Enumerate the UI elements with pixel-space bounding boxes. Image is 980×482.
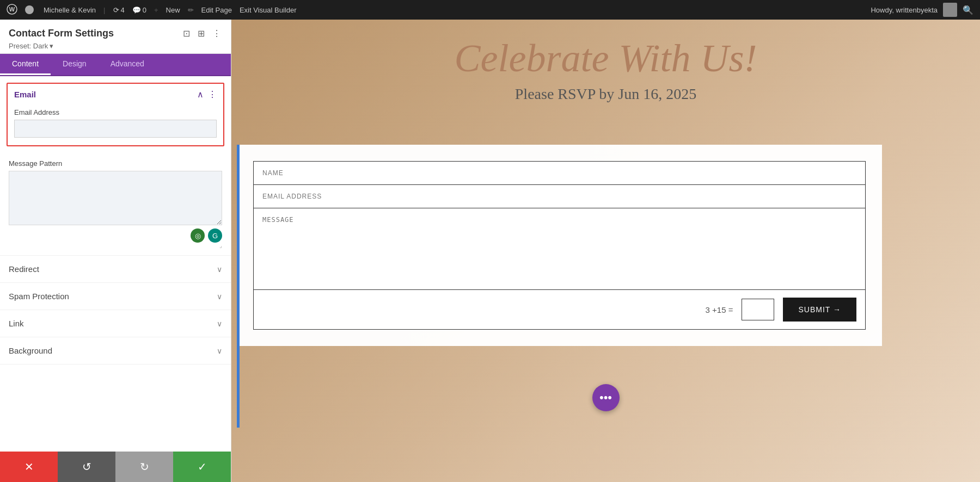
- topbar-sep: |: [103, 6, 105, 14]
- email-section-header[interactable]: Email ∧ ⋮: [8, 84, 223, 105]
- comment-bubble-icon: 💬: [132, 6, 141, 14]
- preset-link[interactable]: Preset: Dark ▾: [9, 42, 53, 50]
- email-section-content: Email Address: [8, 108, 223, 145]
- panel-tabs: Content Design Advanced: [0, 54, 231, 76]
- panel-title-icons: ⊡ ⊞ ⋮: [182, 27, 222, 40]
- accordion-background-label: Background: [9, 346, 52, 355]
- edit-page-icon: ✏: [188, 6, 194, 14]
- collapse-icon[interactable]: ∧: [197, 89, 204, 100]
- panel-header: Contact Form Settings ⊡ ⊞ ⋮ Preset: Dark…: [0, 20, 231, 54]
- spam-chevron-icon: ∨: [217, 292, 222, 301]
- exit-visual-builder-label[interactable]: Exit Visual Builder: [240, 6, 297, 14]
- wp-logo-icon[interactable]: W: [7, 4, 17, 16]
- new-label[interactable]: New: [166, 6, 180, 14]
- edit-page-label[interactable]: Edit Page: [201, 6, 232, 14]
- undo-icon: ↺: [82, 460, 91, 473]
- section-header-icons: ∧ ⋮: [197, 89, 217, 100]
- form-left-border: [237, 145, 240, 428]
- tab-content[interactable]: Content: [0, 54, 51, 75]
- panel-fullscreen-icon[interactable]: ⊡: [182, 27, 191, 40]
- cancel-icon: ✕: [24, 460, 34, 473]
- panel-layout-icon[interactable]: ⊞: [197, 27, 206, 40]
- comments-icon[interactable]: 💬 0: [132, 6, 146, 14]
- undo-button[interactable]: ↺: [58, 452, 115, 482]
- rsvp-text: Please RSVP by Jun 16, 2025: [231, 85, 980, 103]
- email-section-title: Email: [14, 90, 36, 99]
- preset-arrow-icon: ▾: [50, 42, 53, 50]
- accordion-redirect-label: Redirect: [9, 264, 39, 274]
- panel-spacer: [0, 364, 231, 452]
- link-chevron-icon: ∨: [217, 319, 222, 328]
- section-more-icon[interactable]: ⋮: [208, 89, 217, 100]
- search-icon[interactable]: 🔍: [963, 5, 973, 15]
- textarea-icons: ◎ G: [9, 228, 222, 243]
- save-icon: ✓: [198, 460, 207, 473]
- email-address-label: Email Address: [14, 108, 217, 116]
- contact-form-panel: 3 +15 = SUBMIT →: [237, 145, 882, 346]
- ai-icon[interactable]: ◎: [191, 228, 205, 243]
- howdy-text: Howdy, writtenbyekta: [871, 6, 938, 14]
- revisions-loop-icon: ⟳: [113, 6, 119, 14]
- accordion-redirect[interactable]: Redirect ∨: [0, 256, 231, 283]
- main-layout: Contact Form Settings ⊡ ⊞ ⋮ Preset: Dark…: [0, 20, 980, 482]
- revisions-icon[interactable]: ⟳ 4: [113, 6, 125, 14]
- cancel-button[interactable]: ✕: [0, 452, 58, 482]
- resize-handle[interactable]: ⌟: [9, 243, 222, 249]
- save-button[interactable]: ✓: [173, 452, 231, 482]
- form-name-input[interactable]: [253, 161, 866, 185]
- message-pattern-label: Message Pattern: [9, 159, 222, 168]
- redo-icon: ↻: [140, 460, 149, 473]
- form-email-input[interactable]: [253, 185, 866, 208]
- accordion-spam-protection[interactable]: Spam Protection ∨: [0, 283, 231, 310]
- email-address-input[interactable]: [14, 120, 217, 138]
- site-icon: [25, 5, 34, 14]
- celebrate-heading: Celebrate With Us!: [231, 20, 980, 81]
- panel-more-icon[interactable]: ⋮: [211, 27, 222, 40]
- topbar-sep2: +: [154, 6, 158, 14]
- canvas: Celebrate With Us! Please RSVP by Jun 16…: [231, 20, 980, 482]
- form-submit-row: 3 +15 = SUBMIT →: [253, 290, 866, 330]
- message-pattern-textarea[interactable]: [9, 171, 222, 225]
- tab-advanced[interactable]: Advanced: [99, 54, 156, 75]
- topbar: W Michelle & Kevin | ⟳ 4 💬 0 + New ✏ Edi…: [0, 0, 980, 20]
- left-panel: Contact Form Settings ⊡ ⊞ ⋮ Preset: Dark…: [0, 20, 231, 482]
- email-section: Email ∧ ⋮ Email Address: [7, 83, 224, 146]
- captcha-input[interactable]: [742, 299, 774, 320]
- floating-menu-button[interactable]: •••: [592, 384, 620, 411]
- captcha-text: 3 +15 =: [706, 305, 733, 314]
- redo-button[interactable]: ↻: [115, 452, 173, 482]
- floating-menu-icon: •••: [599, 391, 612, 405]
- site-name[interactable]: Michelle & Kevin: [44, 6, 96, 14]
- accordion-spam-label: Spam Protection: [9, 292, 69, 301]
- svg-text:W: W: [9, 6, 15, 13]
- accordion-background[interactable]: Background ∨: [0, 337, 231, 364]
- accordion-link[interactable]: Link ∨: [0, 310, 231, 337]
- grammarly-icon[interactable]: G: [208, 228, 222, 243]
- submit-label: SUBMIT →: [798, 305, 841, 314]
- redirect-chevron-icon: ∨: [217, 265, 222, 274]
- panel-title: Contact Form Settings: [9, 28, 114, 39]
- submit-button[interactable]: SUBMIT →: [783, 298, 856, 322]
- user-avatar[interactable]: [943, 3, 957, 17]
- accordion-link-label: Link: [9, 319, 24, 328]
- message-pattern-section: Message Pattern ◎ G ⌟: [0, 153, 231, 256]
- tab-design[interactable]: Design: [51, 54, 99, 75]
- background-chevron-icon: ∨: [217, 347, 222, 355]
- bottom-bar: ✕ ↺ ↻ ✓: [0, 452, 231, 482]
- form-message-input[interactable]: [253, 208, 866, 290]
